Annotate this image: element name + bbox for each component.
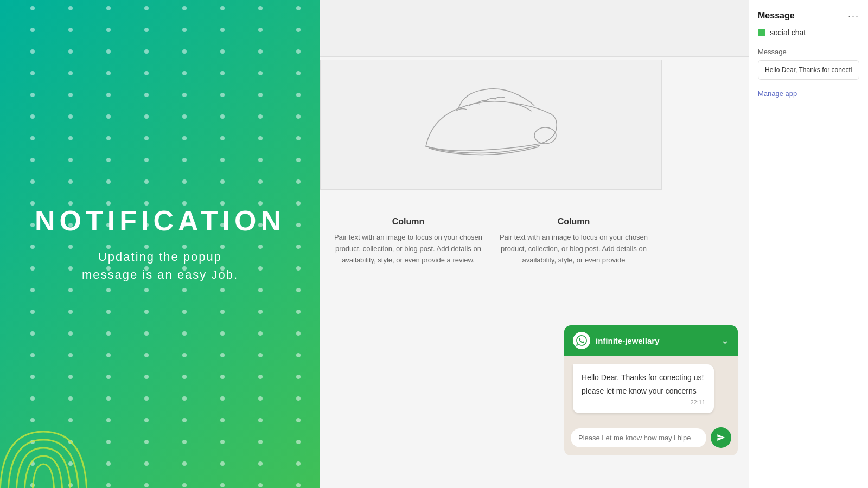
svg-point-24: [30, 71, 35, 75]
svg-point-154: [106, 418, 111, 422]
svg-point-110: [258, 288, 263, 292]
column-2-title: Column: [496, 217, 651, 227]
svg-point-41: [68, 114, 73, 119]
svg-point-123: [144, 331, 149, 336]
chat-bubble: Hello Dear, Thanks for conecting us! ple…: [573, 364, 714, 413]
whatsapp-chevron-icon[interactable]: ⌄: [721, 335, 729, 346]
column-2-text: Pair text with an image to focus on your…: [496, 232, 651, 266]
svg-point-9: [68, 28, 73, 32]
svg-point-13: [220, 28, 225, 32]
whatsapp-send-button[interactable]: [711, 427, 731, 448]
svg-point-49: [68, 136, 73, 140]
svg-point-157: [220, 418, 225, 422]
svg-point-29: [220, 71, 225, 75]
svg-point-147: [144, 396, 149, 401]
admin-message-input[interactable]: [758, 60, 859, 80]
svg-point-131: [144, 353, 149, 357]
svg-point-66: [106, 179, 111, 184]
svg-point-45: [220, 114, 225, 119]
svg-point-117: [220, 310, 225, 314]
svg-point-23: [296, 49, 301, 54]
svg-point-56: [30, 158, 35, 162]
whatsapp-input-area: [564, 422, 738, 455]
svg-point-55: [296, 136, 301, 140]
svg-point-57: [68, 158, 73, 162]
svg-point-17: [68, 49, 73, 54]
svg-point-112: [30, 310, 35, 314]
svg-point-171: [144, 461, 149, 466]
svg-point-10: [106, 28, 111, 32]
svg-point-58: [106, 158, 111, 162]
svg-point-155: [144, 418, 149, 422]
svg-point-69: [220, 179, 225, 184]
svg-point-68: [182, 179, 187, 184]
chat-time: 22:11: [582, 399, 705, 406]
svg-point-183: [296, 483, 301, 487]
svg-point-54: [258, 136, 263, 140]
columns-section: Column Pair text with an image to focus …: [320, 206, 662, 277]
svg-point-141: [220, 375, 225, 379]
svg-point-135: [296, 353, 301, 357]
svg-point-87: [296, 223, 301, 227]
whatsapp-brand-name: infinite-jewellary: [596, 336, 660, 345]
svg-point-142: [258, 375, 263, 379]
svg-point-80: [30, 223, 35, 227]
column-1-title: Column: [331, 217, 486, 227]
admin-more-button[interactable]: ···: [848, 11, 859, 22]
svg-point-35: [144, 93, 149, 97]
svg-point-52: [182, 136, 187, 140]
whatsapp-brand: infinite-jewellary: [573, 332, 660, 349]
svg-point-150: [258, 396, 263, 401]
svg-point-111: [296, 288, 301, 292]
chat-message-line1: Hello Dear, Thanks for conecting us!: [582, 372, 705, 383]
svg-point-51: [144, 136, 149, 140]
shoe-image-area: [320, 60, 662, 190]
notification-title: NOTIFICATION: [35, 204, 285, 237]
svg-point-105: [68, 288, 73, 292]
svg-point-162: [106, 440, 111, 444]
svg-point-126: [258, 331, 263, 336]
notification-subtitle: Updating the popup message is an easy Jo…: [35, 248, 285, 284]
svg-point-180: [182, 483, 187, 487]
svg-point-16: [30, 49, 35, 54]
svg-point-128: [30, 353, 35, 357]
svg-point-63: [296, 158, 301, 162]
svg-point-108: [182, 288, 187, 292]
svg-point-143: [296, 375, 301, 379]
svg-point-184: [534, 127, 556, 144]
svg-point-39: [296, 93, 301, 97]
svg-point-5: [220, 6, 225, 10]
svg-point-27: [144, 71, 149, 75]
svg-point-182: [258, 483, 263, 487]
svg-point-60: [182, 158, 187, 162]
svg-point-167: [296, 440, 301, 444]
svg-point-137: [68, 375, 73, 379]
svg-point-136: [30, 375, 35, 379]
svg-point-127: [296, 331, 301, 336]
svg-point-124: [182, 331, 187, 336]
whatsapp-header[interactable]: infinite-jewellary ⌄: [564, 325, 738, 356]
svg-point-46: [258, 114, 263, 119]
svg-point-1: [68, 6, 73, 10]
social-chat-label: social chat: [770, 28, 806, 37]
svg-point-151: [296, 396, 301, 401]
manage-app-link[interactable]: Manage app: [758, 89, 797, 98]
admin-sidebar: Message ··· social chat Message Manage a…: [749, 0, 868, 488]
svg-point-132: [182, 353, 187, 357]
svg-point-149: [220, 396, 225, 401]
svg-point-113: [68, 310, 73, 314]
svg-point-114: [106, 310, 111, 314]
svg-point-159: [296, 418, 301, 422]
svg-point-53: [220, 136, 225, 140]
svg-point-116: [182, 310, 187, 314]
svg-point-175: [296, 461, 301, 466]
svg-point-72: [30, 201, 35, 206]
svg-point-119: [296, 310, 301, 314]
svg-point-8: [30, 28, 35, 32]
whatsapp-message-input[interactable]: [571, 428, 706, 447]
svg-point-133: [220, 353, 225, 357]
svg-point-139: [144, 375, 149, 379]
svg-point-174: [258, 461, 263, 466]
svg-point-115: [144, 310, 149, 314]
left-panel: NOTIFICATION Updating the popup message …: [0, 0, 320, 488]
